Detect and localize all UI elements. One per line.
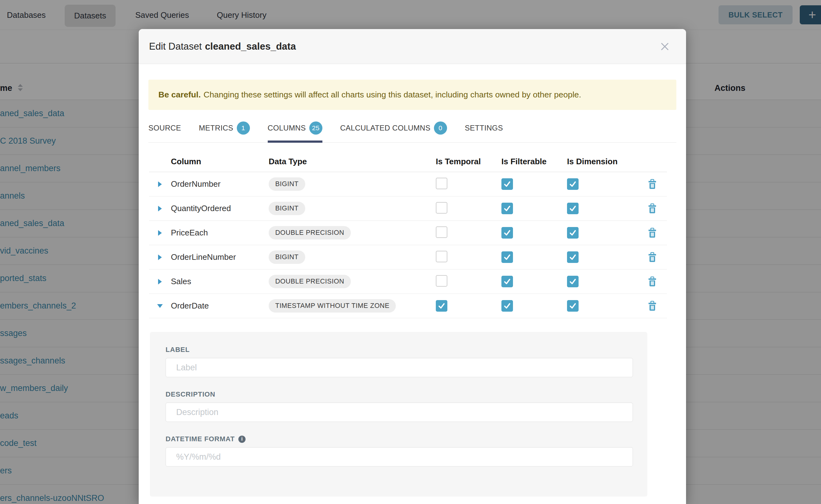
tab-label: SETTINGS [465, 124, 503, 132]
modal-header: Edit Datasetcleaned_sales_data [139, 29, 686, 64]
header-is-temporal: Is Temporal [436, 157, 502, 166]
data-type-pill: BIGINT [269, 250, 305, 264]
column-row-ordernumber: OrderNumberBIGINT [149, 172, 667, 196]
data-type-pill: DOUBLE PRECISION [269, 275, 351, 288]
data-type-pill: TIMESTAMP WITHOUT TIME ZONE [269, 299, 396, 313]
column-name: OrderNumber [171, 179, 269, 189]
is-temporal-checkbox[interactable] [436, 178, 448, 189]
modal-tabs: SOURCEMETRICS1COLUMNS25CALCULATED COLUMN… [148, 121, 676, 143]
datetime-format-field-label: DATETIME FORMAT i [166, 435, 647, 443]
description-input[interactable] [166, 403, 633, 422]
is-filterable-checkbox[interactable] [502, 203, 513, 214]
info-icon[interactable]: i [238, 436, 245, 443]
tab-label: METRICS [199, 124, 233, 132]
delete-column-button[interactable] [637, 203, 667, 214]
column-detail-panel: LABEL DESCRIPTION DATETIME FORMAT i [150, 332, 647, 497]
is-temporal-checkbox[interactable] [436, 275, 448, 287]
header-data-type: Data Type [269, 157, 436, 166]
column-name: QuantityOrdered [171, 204, 269, 213]
header-column: Column [171, 157, 269, 166]
label-field-label: LABEL [166, 346, 647, 354]
tab-columns[interactable]: COLUMNS25 [268, 121, 322, 142]
expand-row-caret-icon[interactable] [158, 254, 162, 260]
delete-column-button[interactable] [637, 301, 667, 311]
is-dimension-checkbox[interactable] [567, 203, 579, 214]
warning-text: Changing these settings will affect all … [204, 90, 581, 100]
column-row-orderlinenumber: OrderLineNumberBIGINT [149, 245, 667, 269]
close-icon [660, 42, 670, 51]
header-is-filterable: Is Filterable [502, 157, 567, 166]
is-dimension-checkbox[interactable] [567, 276, 579, 287]
tab-count-badge: 0 [434, 121, 447, 135]
warning-bold: Be careful. [158, 90, 201, 100]
header-is-dimension: Is Dimension [567, 157, 637, 166]
is-filterable-checkbox[interactable] [502, 276, 513, 287]
is-filterable-checkbox[interactable] [502, 251, 513, 263]
column-name: Sales [171, 277, 269, 286]
is-dimension-checkbox[interactable] [567, 178, 579, 190]
close-modal-button[interactable] [659, 41, 670, 52]
modal-title-prefix: Edit Dataset [149, 41, 202, 52]
data-type-pill: DOUBLE PRECISION [269, 226, 351, 240]
is-filterable-checkbox[interactable] [502, 227, 513, 239]
trash-icon [648, 228, 657, 238]
app-root: Databases Datasets Saved Queries Query H… [0, 0, 821, 504]
modal-title: Edit Datasetcleaned_sales_data [149, 41, 296, 52]
is-dimension-checkbox[interactable] [567, 227, 579, 239]
tab-count-badge: 1 [237, 121, 250, 135]
tab-label: COLUMNS [268, 124, 306, 132]
column-name: OrderLineNumber [171, 252, 269, 262]
description-field-label: DESCRIPTION [166, 390, 647, 398]
is-temporal-checkbox[interactable] [436, 300, 448, 312]
datetime-format-input[interactable] [166, 447, 633, 467]
is-dimension-checkbox[interactable] [567, 300, 579, 312]
delete-column-button[interactable] [637, 276, 667, 287]
tab-label: SOURCE [148, 124, 181, 132]
expand-row-caret-icon[interactable] [158, 230, 162, 236]
column-name: PriceEach [171, 228, 269, 238]
expand-row-caret-icon[interactable] [158, 181, 162, 187]
label-input[interactable] [166, 358, 633, 377]
trash-icon [648, 252, 657, 262]
data-type-pill: BIGINT [269, 177, 305, 191]
trash-icon [648, 276, 657, 287]
is-filterable-checkbox[interactable] [502, 300, 513, 312]
tab-count-badge: 25 [309, 121, 322, 135]
delete-column-button[interactable] [637, 179, 667, 189]
column-row-sales: SalesDOUBLE PRECISION [149, 269, 667, 294]
tab-settings[interactable]: SETTINGS [465, 121, 503, 142]
modal-title-dataset-name: cleaned_sales_data [205, 41, 296, 52]
trash-icon [648, 301, 657, 311]
trash-icon [648, 179, 657, 189]
data-type-pill: BIGINT [269, 202, 305, 215]
is-temporal-checkbox[interactable] [436, 226, 448, 238]
expand-row-caret-icon[interactable] [158, 279, 162, 284]
modal-body: Be careful. Changing these settings will… [139, 80, 686, 497]
tab-source[interactable]: SOURCE [148, 121, 181, 142]
edit-dataset-modal: Edit Datasetcleaned_sales_data Be carefu… [139, 29, 686, 504]
delete-column-button[interactable] [637, 252, 667, 262]
column-row-quantityordered: QuantityOrderedBIGINT [149, 196, 667, 221]
columns-table-header: Column Data Type Is Temporal Is Filterab… [149, 151, 667, 172]
delete-column-button[interactable] [637, 228, 667, 238]
tab-metrics[interactable]: METRICS1 [199, 121, 250, 142]
column-row-orderdate: OrderDateTIMESTAMP WITHOUT TIME ZONE [149, 294, 667, 318]
is-temporal-checkbox[interactable] [436, 251, 448, 262]
is-temporal-checkbox[interactable] [436, 202, 448, 214]
tab-label: CALCULATED COLUMNS [340, 124, 431, 132]
expand-row-caret-icon[interactable] [158, 206, 162, 211]
columns-table: Column Data Type Is Temporal Is Filterab… [149, 151, 667, 318]
warning-banner: Be careful. Changing these settings will… [148, 80, 676, 110]
column-row-priceeach: PriceEachDOUBLE PRECISION [149, 221, 667, 245]
columns-table-body: OrderNumberBIGINTQuantityOrderedBIGINTPr… [149, 172, 667, 318]
column-name: OrderDate [171, 301, 269, 311]
tab-calculated-columns[interactable]: CALCULATED COLUMNS0 [340, 121, 447, 142]
trash-icon [648, 203, 657, 214]
is-filterable-checkbox[interactable] [502, 178, 513, 190]
collapse-row-caret-icon[interactable] [157, 304, 163, 308]
is-dimension-checkbox[interactable] [567, 251, 579, 263]
